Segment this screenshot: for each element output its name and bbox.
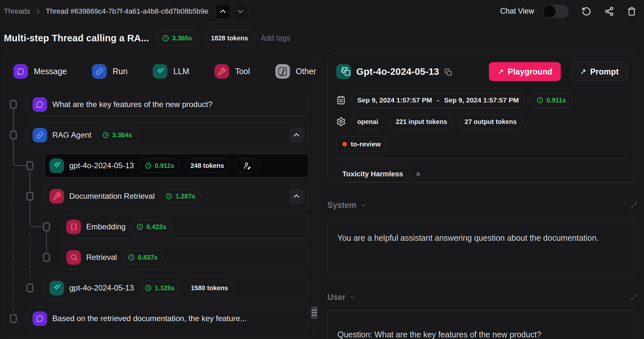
user-edit-icon	[243, 161, 252, 170]
chevron-right-icon	[35, 8, 41, 15]
run-icon	[33, 128, 47, 142]
tree-step-llm-1[interactable]: gpt-4o-2024-05-13 0.911s 248 tokens	[45, 154, 309, 178]
legend-item-run[interactable]: Run	[92, 64, 127, 79]
step-duration-badge: 3.364s	[97, 128, 138, 142]
collapse-arrows-icon: ↙	[634, 201, 638, 205]
copy-trace-button[interactable]	[341, 67, 351, 76]
function-icon: ƒ	[275, 64, 290, 79]
step-duration-badge: 0.422s	[131, 220, 172, 234]
score-badge-toxicity: Toxicity Harmless	[336, 166, 409, 182]
clock-icon	[162, 34, 169, 42]
collapse-step-button[interactable]	[289, 128, 304, 142]
message-icon	[33, 97, 47, 112]
thread-tokens-badge: 1828 tokens	[205, 31, 255, 46]
share-icon	[604, 7, 614, 16]
step-detail-panel: Gpt-4o-2024-05-13 ↗ Playground ↗ Prompt	[327, 53, 636, 339]
breadcrumb-threads-link[interactable]: Threads	[4, 7, 30, 16]
copy-icon	[341, 67, 351, 76]
tool-wrench-icon	[215, 64, 229, 79]
role-label: System	[327, 200, 356, 210]
panel-resize-handle[interactable]	[311, 306, 318, 319]
tree-step-retrieval[interactable]: Retrieval 0.837s	[61, 245, 309, 269]
step-label: What are the key features of the new pro…	[52, 100, 212, 109]
breadcrumb: Threads Thread #639869c4-7b7f-4a61-a4b8-…	[4, 7, 208, 16]
magnifier-icon	[66, 250, 81, 265]
chat-view-label: Chat View	[500, 7, 534, 16]
chat-view-toggle[interactable]	[543, 5, 569, 18]
next-thread-button[interactable]	[233, 4, 248, 19]
chevron-down-icon	[237, 7, 244, 15]
step-duration-badge: 1.126s	[139, 281, 180, 295]
system-message-content: You are a helpful assistant answering qu…	[327, 218, 636, 275]
clock-icon	[102, 131, 109, 139]
status-dot	[342, 142, 347, 146]
user-message-content: Question: What are the key features of t…	[327, 310, 636, 339]
run-icon	[92, 64, 107, 79]
step-tokens-badge: 1580 tokens	[185, 281, 234, 295]
step-duration-badge: 0.837s	[122, 250, 163, 264]
chevron-up-icon	[293, 131, 300, 139]
message-section-system: System ↙ ↗ You are a helpful assistant a…	[327, 200, 636, 275]
step-duration-badge: 0.911s	[530, 93, 572, 108]
tree-step-message-2[interactable]: Based on the retrieved documentation, th…	[28, 306, 309, 331]
input-tokens-badge: 221 input tokens	[389, 114, 453, 129]
step-label: gpt-4o-2024-05-13	[69, 283, 134, 292]
refresh-icon	[582, 7, 591, 16]
open-prompt-button[interactable]: ↗ Prompt	[571, 62, 627, 81]
chevron-up-icon	[219, 7, 227, 15]
trace-tree: What are the key features of the new pro…	[4, 92, 309, 331]
legend-item-other[interactable]: ƒ Other	[275, 64, 316, 79]
collapse-section-button[interactable]: ↙ ↗	[632, 201, 636, 210]
step-label: Retrieval	[86, 253, 117, 262]
refresh-button[interactable]	[582, 7, 591, 16]
step-label: Documentation Retrieval	[69, 192, 155, 201]
toggle-knob	[543, 5, 556, 18]
provider-badge: openai	[351, 114, 384, 129]
time-range-badge: Sep 9, 2024 1:57:57 PM - Sep 9, 2024 1:5…	[351, 93, 525, 108]
copy-model-name-button[interactable]	[444, 68, 452, 76]
collapse-step-button[interactable]	[289, 189, 304, 204]
step-label: Embedding	[86, 222, 125, 231]
clock-icon	[145, 284, 152, 292]
llm-sparkle-icon	[49, 281, 64, 295]
previous-thread-button[interactable]	[216, 4, 230, 19]
step-tokens-badge: 248 tokens	[185, 158, 230, 173]
chevron-down-icon[interactable]	[349, 294, 356, 301]
external-link-icon: ↗	[580, 67, 586, 76]
collapse-section-button[interactable]: ↙ ↗	[632, 293, 636, 302]
clock-icon	[165, 193, 173, 200]
trash-icon	[627, 7, 636, 16]
open-in-playground-button[interactable]: ↗ Playground	[489, 62, 561, 81]
step-label: RAG Agent	[52, 130, 91, 140]
calendar-icon	[336, 95, 346, 105]
annotate-user-button[interactable]	[235, 158, 259, 173]
remove-score-button[interactable]: ×	[416, 170, 421, 178]
step-label: Based on the retrieved documentation, th…	[52, 314, 247, 323]
tag-to-review[interactable]: to-review	[336, 136, 387, 152]
llm-sparkle-icon	[153, 64, 167, 79]
tree-step-rag-agent[interactable]: RAG Agent 3.364s	[28, 123, 309, 147]
detail-title: Gpt-4o-2024-05-13	[356, 66, 439, 77]
tree-step-doc-retrieval[interactable]: Documentation Retrieval 1.287s	[45, 184, 309, 208]
tree-step-message-1[interactable]: What are the key features of the new pro…	[28, 92, 309, 116]
delete-thread-button[interactable]	[627, 7, 636, 16]
collapse-arrows-icon: ↙	[634, 293, 638, 297]
top-bar: Threads Thread #639869c4-7b7f-4a61-a4b8-…	[0, 0, 644, 23]
share-button[interactable]	[604, 7, 614, 16]
legend-item-message[interactable]: Message	[13, 64, 67, 79]
card-divider	[336, 158, 627, 159]
chevron-down-icon[interactable]	[360, 202, 367, 209]
gear-icon	[336, 117, 346, 127]
step-duration-badge: 1.287s	[160, 189, 201, 203]
tool-wrench-icon	[49, 189, 64, 204]
legend-item-llm[interactable]: LLM	[153, 64, 189, 79]
brackets-icon	[66, 220, 81, 234]
llm-detail-card: Gpt-4o-2024-05-13 ↗ Playground ↗ Prompt	[327, 53, 636, 183]
tree-step-embedding[interactable]: Embedding 0.422s	[61, 215, 309, 239]
message-icon	[33, 311, 47, 326]
legend-item-tool[interactable]: Tool	[215, 64, 250, 79]
step-label: gpt-4o-2024-05-13	[69, 161, 134, 170]
add-tags-button[interactable]: Add tags	[261, 34, 290, 43]
trace-tree-panel: Message Run LLM Tool	[4, 53, 314, 337]
tree-step-llm-2[interactable]: gpt-4o-2024-05-13 1.126s 1580 tokens	[45, 276, 309, 300]
